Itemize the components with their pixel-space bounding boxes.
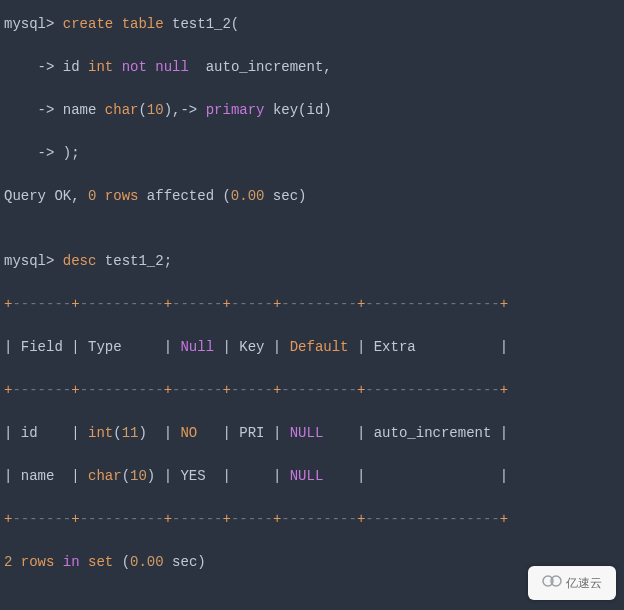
col-id: id bbox=[63, 59, 88, 75]
kw-primary: primary bbox=[206, 102, 265, 118]
hdr-default: Default bbox=[290, 339, 349, 355]
set-word: set bbox=[80, 554, 114, 570]
row-name-len: 10 bbox=[130, 468, 147, 484]
row-id-right: | auto_increment | bbox=[323, 425, 508, 441]
stmt-end: ); bbox=[63, 145, 80, 161]
in-word: in bbox=[63, 554, 80, 570]
table-row-name: | name | char(10) | YES | | NULL | | bbox=[4, 466, 620, 487]
table-separator: +-------+----------+------+-----+-------… bbox=[4, 509, 620, 530]
hdr-null: Null bbox=[180, 339, 214, 355]
kw-create: create bbox=[63, 16, 113, 32]
kw-desc: desc bbox=[63, 253, 97, 269]
mysql-prompt: mysql> bbox=[4, 16, 63, 32]
sec: sec) bbox=[164, 554, 206, 570]
continuation-arrow: -> bbox=[4, 102, 63, 118]
row-name-right: | | bbox=[323, 468, 508, 484]
sec: sec) bbox=[264, 188, 306, 204]
rows-word: rows bbox=[96, 188, 138, 204]
rows-word: rows bbox=[12, 554, 62, 570]
table-separator: +-------+----------+------+-----+-------… bbox=[4, 294, 620, 315]
logo-icon bbox=[542, 574, 562, 593]
kw-table: table bbox=[122, 16, 164, 32]
row-id-type: int bbox=[88, 425, 113, 441]
kw-not: not bbox=[113, 59, 147, 75]
col-name: name bbox=[63, 102, 105, 118]
code-line-4: -> ); bbox=[4, 143, 620, 164]
type-char: char bbox=[105, 102, 139, 118]
auto-increment: auto_increment, bbox=[189, 59, 332, 75]
affected: affected ( bbox=[138, 188, 230, 204]
hdr-right: | Extra | bbox=[348, 339, 508, 355]
row-id-mid: | PRI | bbox=[197, 425, 289, 441]
mysql-prompt: mysql> bbox=[4, 253, 63, 269]
paren-open: ( bbox=[113, 554, 130, 570]
row-name-yes: YES bbox=[180, 468, 205, 484]
row-name-left: | name | bbox=[4, 468, 88, 484]
paren-close: ) bbox=[147, 468, 155, 484]
watermark-badge: 亿速云 bbox=[528, 566, 616, 600]
table-header: | Field | Type | Null | Key | Default | … bbox=[4, 337, 620, 358]
row-name-default: NULL bbox=[290, 468, 324, 484]
row-id-null: NO bbox=[180, 425, 197, 441]
paren-close-cont: ),-> bbox=[164, 102, 206, 118]
table-separator: +-------+----------+------+-----+-------… bbox=[4, 380, 620, 401]
row-name-sp: | bbox=[155, 468, 180, 484]
exec-time: 0.00 bbox=[231, 188, 265, 204]
paren-open: ( bbox=[138, 102, 146, 118]
type-int: int bbox=[88, 59, 113, 75]
code-line-1: mysql> create table test1_2( bbox=[4, 14, 620, 35]
desc-table: test1_2; bbox=[96, 253, 172, 269]
watermark-text: 亿速云 bbox=[566, 574, 602, 592]
key-id: key(id) bbox=[264, 102, 331, 118]
row-id-left: | id | bbox=[4, 425, 88, 441]
table-name: test1_2( bbox=[164, 16, 240, 32]
paren-close: ) bbox=[138, 425, 146, 441]
exec-time: 0.00 bbox=[130, 554, 164, 570]
char-len: 10 bbox=[147, 102, 164, 118]
query-ok: Query OK, bbox=[4, 188, 88, 204]
row-id-sp: | bbox=[147, 425, 181, 441]
kw-null: null bbox=[147, 59, 189, 75]
code-line-3: -> name char(10),-> primary key(id) bbox=[4, 100, 620, 121]
paren-open: ( bbox=[122, 468, 130, 484]
blank-line bbox=[4, 229, 620, 251]
hdr-left: | Field | Type | bbox=[4, 339, 180, 355]
row-id-len: 11 bbox=[122, 425, 139, 441]
paren-open: ( bbox=[113, 425, 121, 441]
row-name-type: char bbox=[88, 468, 122, 484]
code-line-6: mysql> desc test1_2; bbox=[4, 251, 620, 272]
continuation-arrow: -> bbox=[4, 59, 63, 75]
code-line-2: -> id int not null auto_increment, bbox=[4, 57, 620, 78]
table-row-id: | id | int(11) | NO | PRI | NULL | auto_… bbox=[4, 423, 620, 444]
hdr-mid: | Key | bbox=[214, 339, 290, 355]
continuation-arrow: -> bbox=[4, 145, 63, 161]
row-id-default: NULL bbox=[290, 425, 324, 441]
query-ok-line: Query OK, 0 rows affected (0.00 sec) bbox=[4, 186, 620, 207]
row-name-mid: | | bbox=[206, 468, 290, 484]
